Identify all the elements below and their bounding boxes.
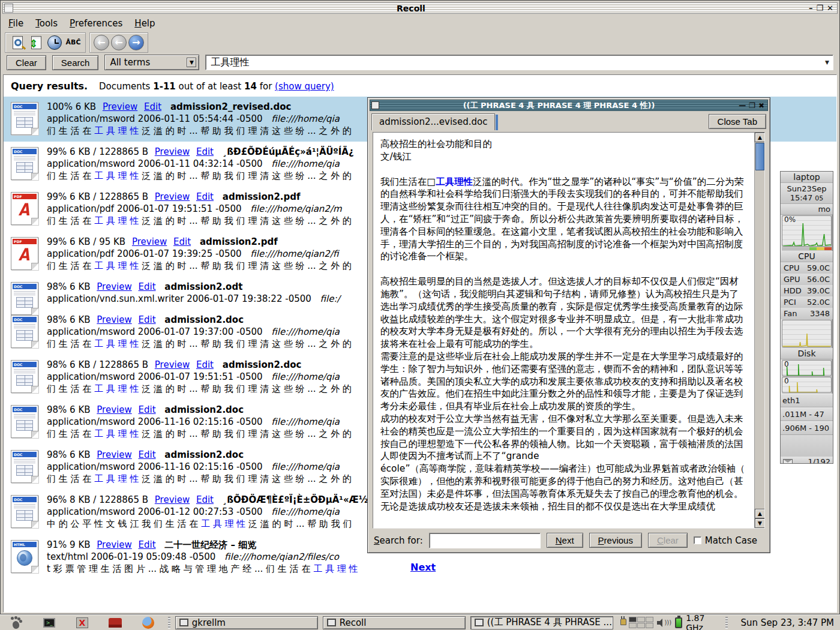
preview-titlebar[interactable]: ((工 PHRASE 4 具 PHRASE 4 理 PHRASE 4 性)) —… bbox=[370, 100, 768, 111]
file-type-icon: DOC bbox=[11, 495, 38, 528]
preview-link[interactable]: Preview bbox=[97, 314, 131, 325]
search-mode-select[interactable]: All terms ▼ bbox=[104, 55, 199, 70]
preview-link[interactable]: Preview bbox=[97, 404, 131, 415]
workspace-switcher[interactable] bbox=[629, 617, 653, 628]
preview-text[interactable]: 高校招生的社会功能和目的 文/钱江我们生活在□工具理性泛滥的时代。作为“世之显学… bbox=[373, 133, 754, 528]
edit-link[interactable]: Edit bbox=[139, 314, 156, 325]
gkrellm-spacer bbox=[781, 435, 833, 457]
clear-button[interactable]: Clear bbox=[7, 55, 46, 70]
nav-first-button[interactable]: ← bbox=[94, 35, 109, 50]
screen-lock-launcher[interactable]: X bbox=[76, 616, 89, 629]
preview-link[interactable]: Preview bbox=[155, 191, 190, 202]
edit-link[interactable]: Edit bbox=[139, 281, 156, 292]
preview-window-menu-button[interactable] bbox=[371, 101, 379, 109]
preview-window-title: ((工 PHRASE 4 具 PHRASE 4 理 PHRASE 4 性)) bbox=[379, 100, 739, 111]
advanced-search-button[interactable] bbox=[9, 34, 26, 51]
results-total: 14 bbox=[244, 81, 257, 92]
next-page-link[interactable]: Next bbox=[410, 562, 436, 573]
power-plug-icon[interactable] bbox=[619, 617, 626, 628]
edit-link[interactable]: Edit bbox=[139, 449, 156, 460]
close-tab-button[interactable]: Close Tab bbox=[709, 114, 766, 129]
mail-row[interactable]: 1/192 bbox=[781, 457, 833, 464]
speaker-icon[interactable] bbox=[657, 618, 667, 628]
edit-link[interactable]: Edit bbox=[173, 236, 191, 247]
tab-separator bbox=[496, 115, 498, 130]
clock-handle[interactable] bbox=[725, 617, 728, 629]
tasklist-handle[interactable] bbox=[168, 617, 170, 629]
edit-link[interactable]: Edit bbox=[139, 539, 156, 550]
menubar: File Tools Preferences Help bbox=[2, 16, 838, 31]
clock-applet[interactable]: Sun Sep 23, 3:47 PM bbox=[736, 617, 839, 628]
file-type-icon: DOC bbox=[11, 102, 38, 135]
menu-preferences[interactable]: Preferences bbox=[64, 17, 128, 30]
preview-link[interactable]: Preview bbox=[97, 449, 131, 460]
menu-tools[interactable]: Tools bbox=[29, 17, 64, 30]
scroll-up2-icon[interactable]: ▲ bbox=[755, 509, 765, 518]
arrow-back-icon: ← bbox=[115, 37, 122, 48]
preview-link[interactable]: Preview bbox=[155, 359, 190, 370]
recoll-titlebar[interactable]: Recoll – ❐ ✕ bbox=[2, 2, 838, 14]
taskbar-task-button[interactable]: ((工 PHRASE 4 具 PHRASE ... bbox=[470, 616, 613, 629]
preview-link[interactable]: Preview bbox=[155, 146, 190, 157]
editor-launcher[interactable] bbox=[108, 616, 122, 629]
edit-link[interactable]: Edit bbox=[196, 191, 214, 202]
sort-parameters-button[interactable]: ⇕ bbox=[28, 34, 44, 51]
taskbar-task-button[interactable]: Recoll bbox=[323, 616, 466, 629]
close-button[interactable]: ✕ bbox=[827, 4, 833, 13]
match-case-checkbox[interactable]: Match Case bbox=[694, 535, 757, 546]
minimize-button[interactable]: – bbox=[809, 4, 813, 13]
edit-link[interactable]: Edit bbox=[196, 494, 214, 505]
fan-value: 3348 bbox=[810, 308, 830, 319]
preview-link[interactable]: Preview bbox=[97, 539, 131, 550]
find-next-button[interactable]: Next bbox=[547, 533, 583, 548]
firefox-launcher[interactable] bbox=[141, 616, 155, 629]
query-history-chevron-icon[interactable]: ▼ bbox=[823, 57, 832, 68]
preview-link[interactable]: Preview bbox=[103, 101, 137, 112]
window-menu-button[interactable] bbox=[4, 4, 13, 13]
menu-file[interactable]: File bbox=[2, 17, 29, 30]
preview-link[interactable]: Preview bbox=[97, 281, 131, 292]
net-interface: eth1 bbox=[782, 396, 800, 405]
nav-forward-button[interactable]: → bbox=[128, 35, 144, 50]
edit-link[interactable]: Edit bbox=[196, 359, 214, 370]
preview-tab[interactable]: admission2...evised.doc bbox=[371, 113, 495, 130]
result-relevance-size: 100% 6 KB bbox=[47, 101, 96, 112]
find-clear-button[interactable]: Clear bbox=[648, 533, 688, 548]
gnome-menu-button[interactable] bbox=[10, 616, 23, 629]
preview-scrollbar[interactable]: ▲ ▲ ▼ bbox=[754, 133, 764, 528]
disk-title: Disk bbox=[781, 348, 833, 359]
search-button[interactable]: Search bbox=[52, 55, 99, 70]
scrollbar-thumb[interactable] bbox=[755, 143, 764, 170]
preview-search-input[interactable] bbox=[432, 533, 538, 548]
result-relevance-size: 99% 6 KB / 1228865 B bbox=[47, 146, 148, 157]
gkrellm-window[interactable]: laptop Sun23Sep 15:47 05 mo 0% CPU CPU59… bbox=[780, 171, 833, 464]
taskbar-task-button[interactable]: gkrellm bbox=[175, 616, 318, 629]
terminal-launcher[interactable]: >_ bbox=[43, 616, 56, 629]
task-window-icon bbox=[179, 619, 188, 626]
nav-back-button[interactable]: ← bbox=[111, 35, 127, 50]
battery-icon[interactable] bbox=[675, 617, 682, 628]
scroll-down-icon[interactable]: ▼ bbox=[755, 518, 765, 528]
document-history-button[interactable] bbox=[46, 34, 63, 51]
scroll-up-icon[interactable]: ▲ bbox=[755, 133, 765, 142]
temp-row: HDD39.0C bbox=[781, 285, 833, 296]
find-previous-button[interactable]: Previous bbox=[589, 533, 642, 548]
show-query-link[interactable]: (show query) bbox=[275, 81, 334, 92]
restore-button[interactable]: ❐ bbox=[816, 4, 823, 13]
result-filename: admission2.doc bbox=[223, 359, 302, 370]
preview-close-button[interactable]: ✖ bbox=[758, 101, 764, 110]
toolbar-group-nav: ← ← → bbox=[89, 32, 148, 53]
preview-link[interactable]: Preview bbox=[155, 494, 190, 505]
edit-link[interactable]: Edit bbox=[144, 101, 161, 112]
preview-minimize-button[interactable]: — bbox=[739, 101, 746, 110]
preview-link[interactable]: Preview bbox=[132, 236, 167, 247]
menu-help[interactable]: Help bbox=[128, 17, 161, 30]
term-explorer-button[interactable]: ÅBĈ bbox=[65, 34, 82, 51]
preview-restore-button[interactable]: ❐ bbox=[749, 101, 755, 110]
query-input[interactable] bbox=[209, 56, 823, 69]
edit-link[interactable]: Edit bbox=[139, 404, 156, 415]
checkbox-icon[interactable] bbox=[694, 536, 701, 544]
edit-link[interactable]: Edit bbox=[196, 146, 214, 157]
gkrellm-hostname: laptop bbox=[781, 172, 833, 183]
gnome-foot-icon bbox=[11, 617, 22, 629]
